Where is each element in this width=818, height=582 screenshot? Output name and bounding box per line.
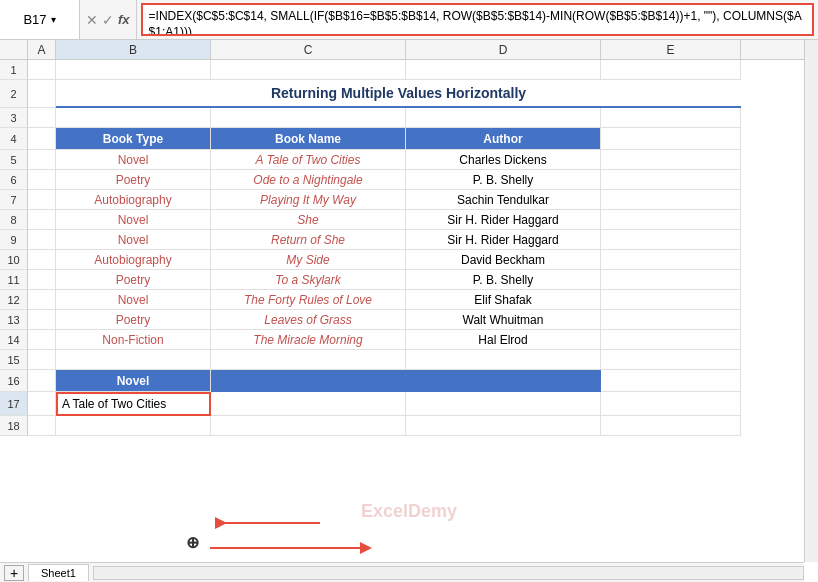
cell-d17[interactable]	[406, 392, 601, 416]
cell-a3[interactable]	[28, 108, 56, 128]
cell-d3[interactable]	[406, 108, 601, 128]
cell-e18[interactable]	[601, 416, 741, 436]
cell-b4-header[interactable]: Book Type	[56, 128, 211, 150]
cell-a8[interactable]	[28, 210, 56, 230]
cell-b8[interactable]: Novel	[56, 210, 211, 230]
insert-function-icon[interactable]: fx	[118, 12, 130, 27]
cancel-icon[interactable]: ✕	[86, 12, 98, 28]
cell-c11[interactable]: To a Skylark	[211, 270, 406, 290]
cell-d12[interactable]: Elif Shafak	[406, 290, 601, 310]
cell-c4-header[interactable]: Book Name	[211, 128, 406, 150]
cell-c15[interactable]	[211, 350, 406, 370]
cell-e15[interactable]	[601, 350, 741, 370]
cell-d10[interactable]: David Beckham	[406, 250, 601, 270]
cell-b11[interactable]: Poetry	[56, 270, 211, 290]
cell-b1[interactable]	[56, 60, 211, 80]
cell-d15[interactable]	[406, 350, 601, 370]
col-header-e[interactable]: E	[601, 40, 741, 59]
cell-a5[interactable]	[28, 150, 56, 170]
cell-a6[interactable]	[28, 170, 56, 190]
col-header-d[interactable]: D	[406, 40, 601, 59]
cell-d4-header[interactable]: Author	[406, 128, 601, 150]
cell-c13[interactable]: Leaves of Grass	[211, 310, 406, 330]
cell-e8[interactable]	[601, 210, 741, 230]
cell-d18[interactable]	[406, 416, 601, 436]
cell-a7[interactable]	[28, 190, 56, 210]
cell-e9[interactable]	[601, 230, 741, 250]
horizontal-scrollbar[interactable]	[93, 566, 804, 580]
cell-b18[interactable]	[56, 416, 211, 436]
cell-e5[interactable]	[601, 150, 741, 170]
cell-a13[interactable]	[28, 310, 56, 330]
cell-e17[interactable]	[601, 392, 741, 416]
cell-a11[interactable]	[28, 270, 56, 290]
cell-b12[interactable]: Novel	[56, 290, 211, 310]
cell-b3[interactable]	[56, 108, 211, 128]
cell-e12[interactable]	[601, 290, 741, 310]
cell-c3[interactable]	[211, 108, 406, 128]
cell-d5[interactable]: Charles Dickens	[406, 150, 601, 170]
col-header-b[interactable]: B	[56, 40, 211, 59]
cell-d14[interactable]: Hal Elrod	[406, 330, 601, 350]
cell-reference-box[interactable]: B17 ▾	[0, 0, 80, 39]
cell-c5[interactable]: A Tale of Two Cities	[211, 150, 406, 170]
dropdown-icon[interactable]: ▾	[51, 14, 56, 25]
cell-d11[interactable]: P. B. Shelly	[406, 270, 601, 290]
cell-b10[interactable]: Autobiography	[56, 250, 211, 270]
cell-b6[interactable]: Poetry	[56, 170, 211, 190]
cell-a9[interactable]	[28, 230, 56, 250]
cell-b5[interactable]: Novel	[56, 150, 211, 170]
sheet-tab-1[interactable]: Sheet1	[28, 564, 89, 581]
cell-d1[interactable]	[406, 60, 601, 80]
cell-d6[interactable]: P. B. Shelly	[406, 170, 601, 190]
cell-e10[interactable]	[601, 250, 741, 270]
cell-c8[interactable]: She	[211, 210, 406, 230]
cell-a15[interactable]	[28, 350, 56, 370]
cell-b7[interactable]: Autobiography	[56, 190, 211, 210]
add-sheet-button[interactable]: +	[4, 565, 24, 581]
cell-d8[interactable]: Sir H. Rider Haggard	[406, 210, 601, 230]
cell-c9[interactable]: Return of She	[211, 230, 406, 250]
cell-b15[interactable]	[56, 350, 211, 370]
cell-b14[interactable]: Non-Fiction	[56, 330, 211, 350]
cell-a17[interactable]	[28, 392, 56, 416]
cell-c6[interactable]: Ode to a Nightingale	[211, 170, 406, 190]
cell-b13[interactable]: Poetry	[56, 310, 211, 330]
cell-c1[interactable]	[211, 60, 406, 80]
cell-c7[interactable]: Playing It My Way	[211, 190, 406, 210]
cell-e1[interactable]	[601, 60, 741, 80]
cell-c17[interactable]	[211, 392, 406, 416]
cell-e6[interactable]	[601, 170, 741, 190]
cell-a10[interactable]	[28, 250, 56, 270]
cell-a18[interactable]	[28, 416, 56, 436]
cell-b9[interactable]: Novel	[56, 230, 211, 250]
cell-a16[interactable]	[28, 370, 56, 392]
cell-d13[interactable]: Walt Whuitman	[406, 310, 601, 330]
col-header-a[interactable]: A	[28, 40, 56, 59]
cell-c16[interactable]	[211, 370, 406, 392]
cell-c10[interactable]: My Side	[211, 250, 406, 270]
cell-e4[interactable]	[601, 128, 741, 150]
cell-d16[interactable]	[406, 370, 601, 392]
cell-e16[interactable]	[601, 370, 741, 392]
cell-a1[interactable]	[28, 60, 56, 80]
confirm-icon[interactable]: ✓	[102, 12, 114, 28]
cell-e14[interactable]	[601, 330, 741, 350]
cell-a14[interactable]	[28, 330, 56, 350]
cell-e3[interactable]	[601, 108, 741, 128]
cell-c12[interactable]: The Forty Rules of Love	[211, 290, 406, 310]
formula-input[interactable]: =INDEX($C$5:$C$14, SMALL(IF($B$16=$B$5:$…	[141, 3, 814, 36]
cell-e11[interactable]	[601, 270, 741, 290]
cell-c18[interactable]	[211, 416, 406, 436]
cell-e13[interactable]	[601, 310, 741, 330]
cell-c14[interactable]: The Miracle Morning	[211, 330, 406, 350]
cell-a2[interactable]	[28, 80, 56, 108]
cell-b16-novel[interactable]: Novel	[56, 370, 211, 392]
cell-a12[interactable]	[28, 290, 56, 310]
cell-a4[interactable]	[28, 128, 56, 150]
cell-d7[interactable]: Sachin Tendulkar	[406, 190, 601, 210]
vertical-scrollbar[interactable]	[804, 40, 818, 562]
col-header-c[interactable]: C	[211, 40, 406, 59]
cell-b17-result[interactable]: A Tale of Two Cities	[56, 392, 211, 416]
cell-e7[interactable]	[601, 190, 741, 210]
